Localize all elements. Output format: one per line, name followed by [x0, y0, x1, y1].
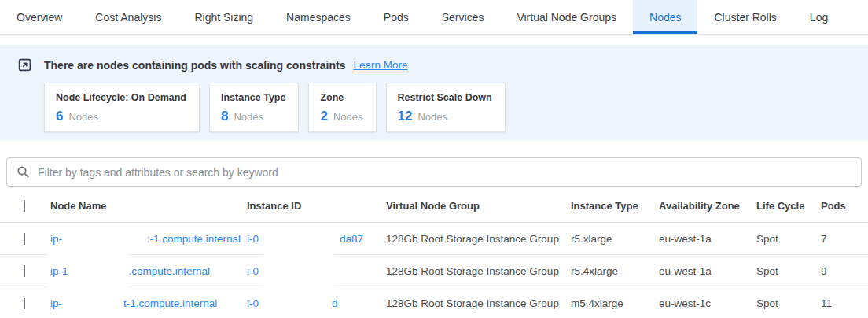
tab-right-sizing[interactable]: Right Sizing: [178, 0, 270, 34]
card-count: 2: [320, 109, 327, 124]
table-row: ip-:-1.compute.internal i-0da87 128Gb Ro…: [0, 223, 868, 254]
select-all-checkbox[interactable]: [24, 200, 25, 212]
pods-cell: 9: [815, 265, 868, 277]
node-name-fragment[interactable]: :-1.compute.internal: [147, 233, 241, 245]
row-checkbox[interactable]: [24, 233, 25, 245]
col-node-name: Node Name: [44, 200, 241, 212]
instance-id-fragment[interactable]: d: [332, 298, 338, 309]
vng-cell: 128Gb Root Storage Instance Group: [380, 298, 565, 309]
banner-message: There are nodes containing pods with sca…: [44, 59, 346, 72]
card-node-lifecycle[interactable]: Node Lifecycle: On Demand 6 Nodes: [44, 83, 200, 132]
learn-more-link[interactable]: Learn More: [354, 59, 408, 71]
tab-namespaces[interactable]: Namespaces: [270, 0, 367, 34]
col-virtual-node-group: Virtual Node Group: [380, 200, 565, 212]
node-name-fragment[interactable]: .compute.internal: [129, 265, 211, 277]
table-row: ip-1.compute.internal i-0 128Gb Root Sto…: [0, 255, 868, 287]
node-name-fragment[interactable]: ip-: [50, 298, 62, 309]
availability-zone-cell: eu-west-1c: [653, 298, 750, 309]
instance-id-fragment[interactable]: i-0: [247, 265, 259, 277]
card-title: Node Lifecycle: On Demand: [56, 92, 186, 103]
tab-log[interactable]: Log: [793, 0, 844, 34]
search-icon: [17, 165, 30, 179]
life-cycle-cell: Spot: [750, 233, 815, 245]
card-unit: Nodes: [68, 111, 98, 123]
card-restrict-scale-down[interactable]: Restrict Scale Down 12 Nodes: [386, 83, 506, 132]
life-cycle-cell: Spot: [750, 265, 815, 277]
pods-cell: 11: [815, 298, 868, 309]
card-count: 6: [56, 109, 63, 124]
instance-id-fragment[interactable]: i-0: [247, 298, 259, 309]
instance-type-cell: m5.4xlarge: [565, 298, 653, 309]
availability-zone-cell: eu-west-1a: [653, 265, 750, 277]
node-name-link[interactable]: ip-1.compute.internal: [44, 265, 241, 277]
row-checkbox[interactable]: [24, 265, 25, 277]
filter-bar: [6, 157, 862, 187]
card-count: 8: [221, 109, 228, 124]
card-instance-type[interactable]: Instance Type 8 Nodes: [209, 83, 299, 132]
col-life-cycle: Life Cycle: [750, 200, 815, 212]
card-count: 12: [398, 109, 413, 124]
tab-services[interactable]: Services: [425, 0, 501, 34]
instance-id-fragment[interactable]: da87: [340, 233, 363, 245]
instance-type-cell: r5.xlarge: [565, 233, 653, 245]
tab-nodes[interactable]: Nodes: [633, 0, 697, 34]
node-name-link[interactable]: ip-t-1.compute.internal: [44, 298, 241, 309]
card-title: Instance Type: [221, 92, 285, 103]
scaling-constraints-banner: There are nodes containing pods with sca…: [0, 45, 868, 140]
table-row: ip-t-1.compute.internal i-0d 128Gb Root …: [0, 287, 868, 318]
card-title: Zone: [320, 92, 362, 103]
card-unit: Nodes: [417, 111, 447, 123]
node-name-fragment[interactable]: ip-1: [50, 265, 68, 277]
tab-cost-analysis[interactable]: Cost Analysis: [79, 0, 178, 34]
scale-up-icon: [17, 57, 32, 72]
tab-cluster-rolls[interactable]: Cluster Rolls: [697, 0, 793, 34]
instance-type-cell: r5.4xlarge: [565, 265, 653, 277]
instance-id-link[interactable]: i-0da87: [241, 233, 380, 245]
card-zone[interactable]: Zone 2 Nodes: [308, 83, 376, 132]
card-unit: Nodes: [333, 111, 363, 123]
instance-id-fragment[interactable]: i-0: [247, 233, 259, 245]
node-name-fragment[interactable]: ip-: [50, 233, 62, 245]
col-availability-zone: Availability Zone: [653, 200, 750, 212]
node-name-link[interactable]: ip-:-1.compute.internal: [44, 233, 241, 245]
life-cycle-cell: Spot: [750, 298, 815, 309]
nodes-table: Node Name Instance ID Virtual Node Group…: [0, 189, 868, 318]
pods-cell: 7: [815, 233, 868, 245]
col-instance-id: Instance ID: [241, 200, 380, 212]
tab-bar: Overview Cost Analysis Right Sizing Name…: [0, 0, 868, 35]
tab-pods[interactable]: Pods: [367, 0, 425, 34]
card-title: Restrict Scale Down: [398, 92, 492, 103]
availability-zone-cell: eu-west-1a: [653, 233, 750, 245]
instance-id-link[interactable]: i-0d: [241, 298, 380, 309]
row-checkbox[interactable]: [24, 298, 25, 309]
card-unit: Nodes: [234, 111, 263, 123]
vng-cell: 128Gb Root Storage Instance Group: [380, 233, 565, 245]
col-instance-type: Instance Type: [565, 200, 653, 212]
table-header-row: Node Name Instance ID Virtual Node Group…: [0, 189, 868, 223]
tab-overview[interactable]: Overview: [0, 0, 79, 34]
constraint-cards: Node Lifecycle: On Demand 6 Nodes Instan…: [44, 83, 851, 132]
col-pods: Pods: [815, 200, 868, 212]
vng-cell: 128Gb Root Storage Instance Group: [380, 265, 565, 277]
instance-id-link[interactable]: i-0: [241, 265, 380, 277]
filter-input[interactable]: [38, 166, 851, 179]
tab-virtual-node-groups[interactable]: Virtual Node Groups: [500, 0, 633, 34]
node-name-fragment[interactable]: t-1.compute.internal: [123, 298, 217, 309]
